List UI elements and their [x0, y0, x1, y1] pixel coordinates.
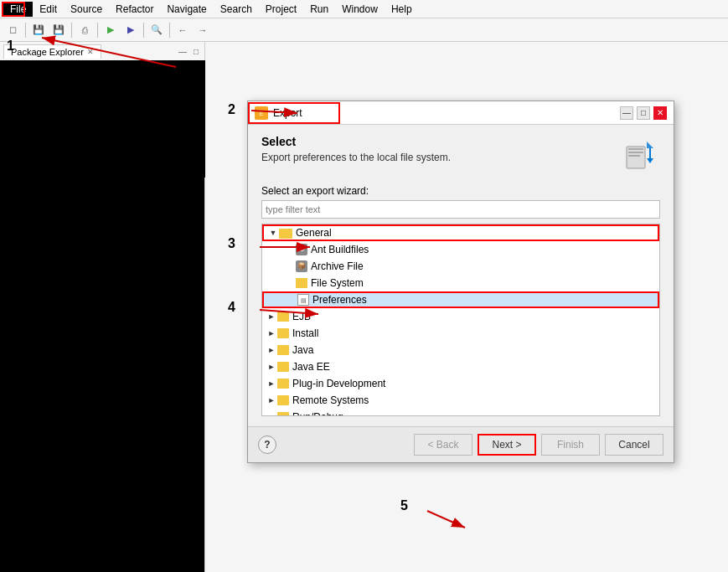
- tree-label-remote: Remote Systems: [292, 394, 369, 406]
- filter-input[interactable]: [261, 200, 660, 219]
- toolbar-sep-2: [71, 23, 72, 38]
- expand-remote[interactable]: ►: [266, 394, 277, 406]
- step-2: 2: [228, 102, 235, 117]
- step-4: 4: [228, 300, 235, 315]
- menu-window[interactable]: Window: [335, 2, 385, 17]
- finish-button[interactable]: Finish: [541, 434, 600, 456]
- expand-java[interactable]: ►: [266, 344, 277, 356]
- expand-general[interactable]: ▼: [267, 227, 279, 239]
- toolbar-forward[interactable]: →: [194, 21, 212, 39]
- panel-tab-close[interactable]: ✕: [87, 48, 94, 56]
- menu-search[interactable]: Search: [214, 2, 259, 17]
- tree-label-install: Install: [292, 327, 318, 339]
- tree-label-java: Java: [292, 344, 313, 356]
- export-svg-icon: [623, 140, 655, 172]
- tree-label-ant: Ant Buildfiles: [311, 244, 369, 255]
- folder-icon-general: [279, 229, 292, 239]
- menu-refactor[interactable]: Refactor: [109, 2, 160, 17]
- folder-icon-java: [277, 345, 289, 355]
- expand-install[interactable]: ►: [266, 327, 277, 339]
- dialog-title-icon: E: [255, 106, 268, 120]
- svg-text:E: E: [260, 111, 264, 116]
- folder-icon-remote: [277, 395, 289, 405]
- tree-container[interactable]: ▼ General ⚙ Ant Buildfiles 📦 Archive Fil…: [261, 224, 660, 416]
- tree-item-archive[interactable]: 📦 Archive File: [262, 258, 659, 275]
- tree-item-javaee[interactable]: ► Java EE: [262, 358, 659, 375]
- tree-item-install[interactable]: ► Install: [262, 325, 659, 342]
- dialog-title-text: Export: [273, 107, 620, 119]
- dialog-close-btn[interactable]: ✕: [653, 106, 667, 120]
- toolbar-save[interactable]: 💾: [29, 21, 48, 39]
- tree-label-plugin: Plug-in Development: [292, 378, 385, 389]
- toolbar-back[interactable]: ←: [173, 21, 192, 39]
- black-panel-content: [0, 60, 205, 178]
- folder-icon-plugin: [277, 379, 289, 389]
- prefs-icon: ▤: [297, 294, 309, 306]
- toolbar-run[interactable]: ▶: [101, 21, 120, 39]
- ant-icon: ⚙: [296, 244, 307, 255]
- toolbar-print[interactable]: ⎙: [75, 21, 94, 39]
- toolbar-sep-1: [25, 23, 26, 38]
- dialog-footer: ? < Back Next > Finish Cancel: [248, 426, 674, 462]
- menu-run[interactable]: Run: [303, 2, 335, 17]
- toolbar-search[interactable]: 🔍: [147, 21, 166, 39]
- folder-icon-ejb: [277, 312, 289, 322]
- toolbar-sep-5: [169, 23, 170, 38]
- tree-item-filesystem[interactable]: File System: [262, 275, 659, 291]
- export-dialog: E Export — □ ✕ Select Export preferences…: [247, 100, 674, 463]
- tree-label-preferences: Preferences: [312, 294, 367, 306]
- tree-label-filesystem: File System: [311, 277, 364, 289]
- svg-rect-5: [628, 155, 640, 157]
- tree-item-remote[interactable]: ► Remote Systems: [262, 392, 659, 409]
- package-explorer-tab[interactable]: Package Explorer ✕: [3, 44, 101, 59]
- tree-item-general[interactable]: ▼ General: [262, 224, 659, 241]
- toolbar-debug[interactable]: ▶: [121, 21, 140, 39]
- dialog-section-title: Select: [261, 135, 618, 148]
- tree-item-preferences[interactable]: ▤ Preferences: [262, 291, 659, 308]
- dialog-title-controls: — □ ✕: [620, 106, 667, 120]
- dialog-minimize-btn[interactable]: —: [620, 106, 633, 120]
- package-explorer-tab-label: Package Explorer: [11, 47, 84, 57]
- cancel-button[interactable]: Cancel: [605, 434, 663, 456]
- tree-item-java[interactable]: ► Java: [262, 342, 659, 358]
- svg-rect-4: [628, 152, 643, 153]
- folder-icon-javaee: [277, 362, 289, 372]
- expand-rundebug[interactable]: ►: [266, 411, 277, 416]
- expand-javaee[interactable]: ►: [266, 361, 277, 373]
- toolbar-sep-4: [143, 23, 144, 38]
- next-button[interactable]: Next >: [478, 434, 536, 456]
- menu-navigate[interactable]: Navigate: [160, 2, 213, 17]
- help-button[interactable]: ?: [258, 435, 276, 454]
- dialog-maximize-btn[interactable]: □: [637, 106, 650, 120]
- toolbar: ◻ 💾 💾 ⎙ ▶ ▶ 🔍 ← →: [0, 18, 728, 42]
- tree-item-ejb[interactable]: ► EJB: [262, 308, 659, 325]
- expand-plugin[interactable]: ►: [266, 378, 277, 389]
- panel-icons: — □: [176, 46, 201, 57]
- maximize-panel-btn[interactable]: □: [191, 46, 201, 57]
- export-large-icon: [618, 135, 660, 177]
- menu-help[interactable]: Help: [385, 2, 419, 17]
- wizard-label: Select an export wizard:: [261, 185, 660, 197]
- tree-item-plugin[interactable]: ► Plug-in Development: [262, 375, 659, 392]
- dialog-body: Select Export preferences to the local f…: [248, 125, 674, 426]
- archive-icon: 📦: [296, 260, 307, 272]
- toolbar-new[interactable]: ◻: [3, 21, 22, 39]
- toolbar-sep-3: [97, 23, 98, 38]
- tree-item-ant[interactable]: ⚙ Ant Buildfiles: [262, 241, 659, 258]
- step-5: 5: [400, 498, 408, 513]
- tree-label-general: General: [296, 227, 332, 239]
- svg-marker-6: [647, 142, 653, 148]
- folder-icon-rundebug: [277, 412, 289, 416]
- back-button[interactable]: < Back: [414, 434, 472, 456]
- export-icon-small: E: [256, 108, 266, 118]
- minimize-panel-btn[interactable]: —: [176, 46, 189, 57]
- menu-project[interactable]: Project: [259, 2, 303, 17]
- expand-ejb[interactable]: ►: [266, 311, 277, 322]
- menu-source[interactable]: Source: [64, 2, 109, 17]
- menu-file[interactable]: File: [3, 2, 33, 17]
- tree-item-rundebug[interactable]: ► Run/Debug: [262, 409, 659, 416]
- toolbar-save-all[interactable]: 💾: [49, 21, 68, 39]
- tree-label-archive: Archive File: [311, 260, 364, 272]
- panel-tab-bar: Package Explorer ✕ — □: [0, 42, 204, 62]
- menu-edit[interactable]: Edit: [33, 2, 64, 17]
